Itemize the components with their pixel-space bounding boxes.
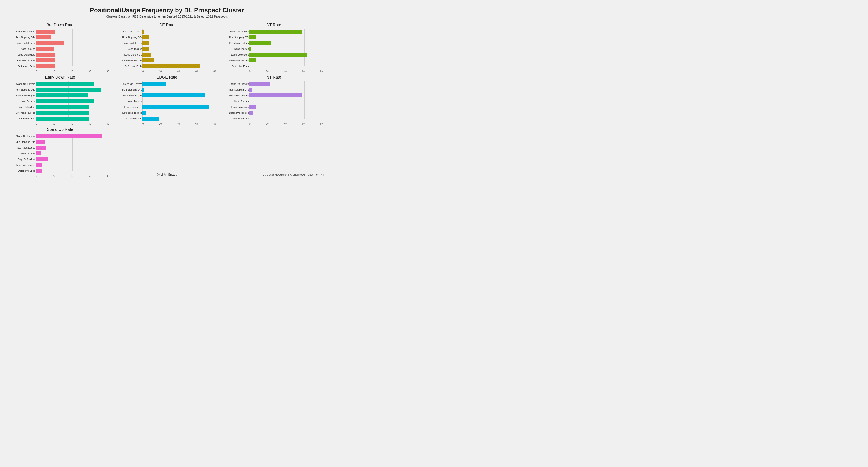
bar-fill	[36, 47, 54, 51]
bar-track	[36, 116, 109, 121]
x-axis-labels: 020406080	[36, 70, 109, 73]
bar-track	[249, 64, 323, 68]
bar-row: Edge Defenders	[249, 104, 323, 109]
bar-row: Stand Up Players	[143, 29, 216, 34]
bar-row: Nose Tackles	[143, 46, 216, 52]
bar-label: Run Stopping DTs	[116, 35, 142, 40]
x-axis-tick-label: 40	[70, 175, 73, 177]
bar-row: Stand Up Players	[36, 29, 109, 34]
bar-chart-edge-rate: Stand Up PlayersRun Stopping DTsPass Rus…	[116, 81, 218, 125]
chart-title-standup-rate: Stand Up Rate	[9, 127, 111, 132]
bar-row: Defensive Ends	[143, 64, 216, 69]
x-axis-tick-label: 60	[195, 70, 198, 73]
bar-fill	[36, 116, 89, 121]
bar-track	[36, 59, 109, 63]
bar-track	[36, 105, 109, 109]
bar-label: Edge Defenders	[116, 52, 142, 57]
bar-fill	[143, 93, 205, 97]
bar-label: Nose Tackles	[9, 99, 35, 104]
bar-label: Edge Defenders	[9, 104, 35, 109]
bar-fill	[36, 105, 89, 109]
chart-dt-rate: DT Rate Stand Up PlayersRun Stopping DTs…	[223, 23, 325, 73]
x-axis-tick-label: 60	[302, 70, 305, 73]
chart-title-edge-rate: EDGE Rate	[116, 75, 218, 79]
bar-row: Edge Defenders	[143, 104, 216, 109]
x-axis-tick-label: 20	[266, 123, 269, 125]
bar-label: Defensive Ends	[9, 64, 35, 69]
bar-track	[36, 99, 109, 103]
bar-fill	[36, 169, 42, 173]
charts-grid: 3rd Down Rate Stand Up PlayersRun Stoppi…	[9, 23, 325, 177]
bar-label: Nose Tackles	[9, 151, 35, 156]
bar-row: Pass Rush Edges	[36, 93, 109, 98]
bar-track	[143, 30, 216, 34]
bar-row: Edge Defenders	[36, 157, 109, 162]
x-axis-tick-label: 80	[106, 175, 109, 177]
bar-label: Nose Tackles	[116, 46, 142, 52]
axis-line	[249, 122, 323, 122]
bar-row: Pass Rush Edges	[143, 93, 216, 98]
bar-track	[143, 93, 216, 97]
x-axis-tick-label: 40	[177, 70, 180, 73]
bar-label: Defensive Ends	[9, 116, 35, 121]
chart-title-nt-rate: NT Rate	[223, 75, 325, 79]
bar-label: Stand Up Players	[223, 81, 249, 86]
bar-track	[143, 99, 216, 103]
bar-track	[36, 88, 109, 92]
bar-label: Pass Rush Edges	[223, 93, 249, 98]
bar-fill	[36, 30, 55, 34]
x-axis-labels: 020406080	[36, 175, 109, 177]
bar-row: Stand Up Players	[36, 134, 109, 138]
bar-fill	[36, 93, 88, 97]
x-axis-tick-label: 60	[195, 123, 198, 125]
bar-label: Nose Tackles	[223, 46, 249, 52]
bar-row: Run Stopping DTs	[249, 87, 323, 92]
x-axis-labels: 020406080	[143, 123, 216, 125]
page-subtitle: Clusters Based on FBS Defensive Linemen …	[9, 15, 325, 18]
bar-track	[143, 35, 216, 39]
bar-track	[36, 93, 109, 97]
chart-title-early-down: Early Down Rate	[9, 75, 111, 79]
bar-row: Stand Up Players	[36, 81, 109, 86]
bar-fill	[143, 47, 149, 51]
x-axis-tick-label: 0	[36, 70, 37, 73]
bar-label: Edge Defenders	[9, 52, 35, 57]
x-axis-labels: 020406080	[249, 70, 323, 73]
bar-track	[249, 41, 323, 45]
bar-track	[249, 82, 323, 86]
bar-label: Run Stopping DTs	[223, 87, 249, 92]
bar-fill	[36, 111, 89, 115]
bar-row: Defensive Ends	[249, 116, 323, 121]
chart-edge-rate: EDGE Rate Stand Up PlayersRun Stopping D…	[116, 75, 218, 125]
x-axis-tick-label: 80	[106, 70, 109, 73]
bar-label: Defensive Ends	[9, 168, 35, 173]
bar-row: Edge Defenders	[249, 52, 323, 57]
chart-nt-rate: NT Rate Stand Up PlayersRun Stopping DTs…	[223, 75, 325, 125]
bar-row: Pass Rush Edges	[36, 145, 109, 150]
bar-fill	[143, 41, 149, 45]
bar-row: Nose Tackles	[143, 99, 216, 104]
bar-fill	[143, 59, 154, 63]
bar-fill	[143, 105, 210, 109]
bar-track	[249, 30, 323, 34]
bar-label: Defensive Tackles	[116, 110, 142, 115]
bar-label: Edge Defenders	[223, 104, 249, 109]
bar-label: Stand Up Players	[116, 29, 142, 34]
axis-line	[143, 122, 216, 122]
bar-track	[143, 53, 216, 57]
bar-chart-de-rate: Stand Up PlayersRun Stopping DTsPass Rus…	[116, 29, 218, 73]
bar-row: Nose Tackles	[36, 99, 109, 104]
credit-text: By Conor McQuiston @ConorMcQ5 | Data fro…	[263, 173, 325, 176]
bar-label: Defensive Tackles	[9, 58, 35, 63]
bar-label: Stand Up Players	[9, 134, 35, 138]
bar-row: Run Stopping DTs	[36, 35, 109, 40]
bar-fill	[249, 59, 256, 63]
x-axis-tick-label: 60	[302, 123, 305, 125]
bar-label: Edge Defenders	[223, 52, 249, 57]
bar-label: Defensive Ends	[116, 116, 142, 121]
bar-label: Defensive Tackles	[223, 58, 249, 63]
bar-track	[143, 47, 216, 51]
bar-track	[249, 93, 323, 97]
bar-row: Pass Rush Edges	[36, 41, 109, 45]
bar-row: Stand Up Players	[249, 29, 323, 34]
